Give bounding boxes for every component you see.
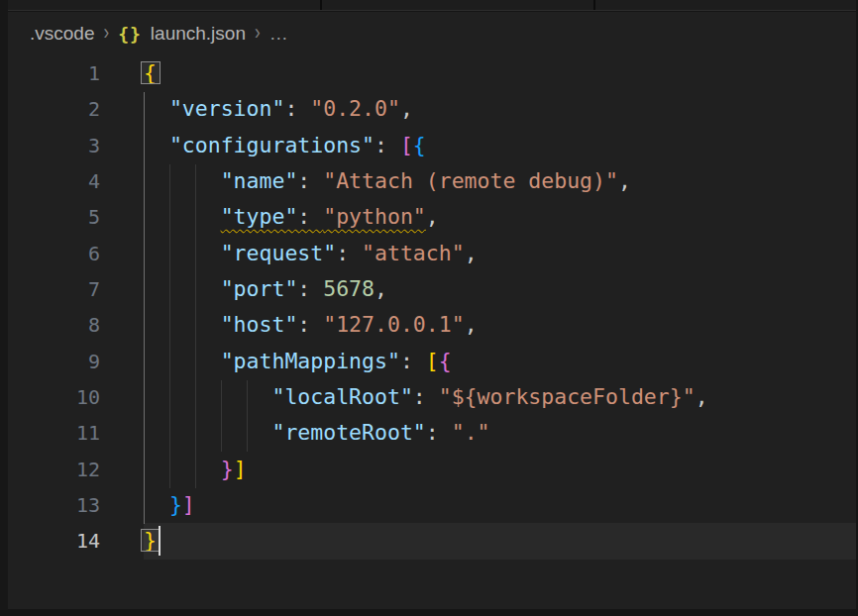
- code-token: "type": [221, 204, 298, 229]
- code-line[interactable]: 5 "type": "python",: [8, 199, 856, 235]
- code-token: ,: [465, 312, 478, 337]
- line-number[interactable]: 11: [8, 415, 144, 451]
- code-token: [144, 492, 169, 517]
- line-number[interactable]: 14: [8, 523, 144, 559]
- code-token: 5678: [323, 276, 375, 301]
- code-token: [144, 349, 221, 373]
- code-line[interactable]: 14}: [8, 523, 856, 559]
- code-token: "localRoot": [271, 384, 412, 409]
- code-token: :: [400, 349, 426, 373]
- code-line[interactable]: 9 "pathMappings": [{: [8, 344, 856, 379]
- code-line-content[interactable]: "port": 5678,: [144, 271, 856, 307]
- code-token: [144, 312, 221, 337]
- chevron-right-icon: ›: [255, 22, 261, 47]
- code-token: [144, 204, 221, 229]
- code-token: {: [439, 349, 452, 373]
- line-number[interactable]: 3: [8, 128, 144, 163]
- code-token: ,: [696, 384, 708, 409]
- line-number[interactable]: 10: [8, 379, 144, 415]
- line-number[interactable]: 9: [8, 344, 144, 379]
- code-token: "name": [221, 168, 298, 193]
- code-token: "host": [221, 312, 298, 337]
- line-number[interactable]: 13: [8, 487, 144, 523]
- code-token: "remoteRoot": [271, 420, 425, 445]
- code-line-content[interactable]: "type": "python",: [144, 199, 856, 235]
- code-line-content[interactable]: "name": "Attach (remote debug)",: [144, 163, 856, 199]
- matched-bracket: }: [144, 528, 157, 553]
- code-line-content[interactable]: "remoteRoot": ".": [144, 415, 856, 451]
- code-line-content[interactable]: "request": "attach",: [144, 236, 856, 271]
- code-token: "127.0.0.1": [323, 312, 464, 337]
- code-token: ]: [234, 457, 247, 481]
- line-number[interactable]: 1: [8, 55, 144, 91]
- code-token: :: [284, 96, 310, 121]
- code-token: :: [413, 384, 439, 409]
- breadcrumb-file[interactable]: launch.json: [151, 23, 246, 45]
- code-token: "0.2.0": [310, 96, 400, 121]
- code-token: [144, 420, 271, 445]
- code-line[interactable]: 6 "request": "attach",: [8, 236, 856, 271]
- code-line-content[interactable]: "pathMappings": [{: [144, 344, 856, 379]
- code-line[interactable]: 12 }]: [8, 452, 856, 487]
- code-token: "Attach (remote debug)": [323, 168, 618, 193]
- code-token: ,: [465, 241, 478, 265]
- line-number[interactable]: 8: [8, 307, 144, 343]
- line-number[interactable]: 6: [8, 236, 144, 271]
- code-line-content[interactable]: {: [144, 55, 856, 91]
- code-line-content[interactable]: "version": "0.2.0",: [144, 91, 856, 127]
- code-line[interactable]: 4 "name": "Attach (remote debug)",: [8, 163, 856, 199]
- code-token: [144, 457, 221, 481]
- warning-squiggle-range: "type": "python": [221, 204, 426, 229]
- code-line[interactable]: 7 "port": 5678,: [8, 271, 856, 307]
- tab-separator: [593, 0, 595, 10]
- line-number[interactable]: 2: [8, 91, 144, 127]
- code-line[interactable]: 1{: [8, 55, 856, 91]
- code-token: ,: [618, 168, 631, 193]
- code-token: :: [297, 204, 323, 229]
- code-line-content[interactable]: }: [144, 523, 856, 559]
- code-area[interactable]: 1{2 "version": "0.2.0",3 "configurations…: [8, 55, 856, 560]
- breadcrumb-folder[interactable]: .vscode: [30, 23, 94, 45]
- code-token: "port": [221, 276, 298, 301]
- tab-strip[interactable]: [8, 0, 856, 11]
- code-token: :: [297, 312, 323, 337]
- code-line-content[interactable]: "localRoot": "${workspaceFolder}",: [144, 379, 856, 415]
- code-line-content[interactable]: }]: [144, 487, 856, 523]
- line-number[interactable]: 12: [8, 452, 144, 487]
- code-line[interactable]: 2 "version": "0.2.0",: [8, 91, 856, 127]
- breadcrumb-symbol-more[interactable]: …: [269, 23, 289, 45]
- line-number[interactable]: 7: [8, 271, 144, 307]
- code-token: "request": [221, 241, 337, 265]
- code-token: [144, 384, 271, 409]
- code-token: [144, 276, 221, 301]
- code-line[interactable]: 11 "remoteRoot": ".": [8, 415, 856, 451]
- code-lines: 1{2 "version": "0.2.0",3 "configurations…: [8, 55, 856, 560]
- code-token: ,: [426, 204, 439, 229]
- code-line-content[interactable]: "host": "127.0.0.1",: [144, 307, 856, 343]
- code-token: "configurations": [169, 133, 375, 157]
- code-token: [: [400, 133, 413, 157]
- code-token: :: [297, 276, 323, 301]
- line-number[interactable]: 4: [8, 163, 144, 199]
- code-line-content[interactable]: "configurations": [{: [144, 128, 856, 163]
- code-token: :: [375, 133, 400, 157]
- window-left-edge: [0, 0, 8, 610]
- text-cursor: [159, 526, 161, 556]
- code-token: :: [297, 168, 323, 193]
- line-number[interactable]: 5: [8, 199, 144, 235]
- code-token: [144, 133, 169, 157]
- code-line-content[interactable]: }]: [144, 452, 856, 487]
- breadcrumb: .vscode › {} launch.json › …: [8, 12, 856, 55]
- code-token: }: [221, 457, 234, 481]
- code-token: "${workspaceFolder}": [439, 384, 696, 409]
- code-token: [144, 96, 169, 121]
- code-token: {: [413, 133, 426, 157]
- code-token: "pathMappings": [221, 349, 400, 373]
- code-token: }: [169, 492, 182, 517]
- code-line[interactable]: 10 "localRoot": "${workspaceFolder}",: [8, 379, 856, 415]
- code-token: ,: [375, 276, 387, 301]
- code-line[interactable]: 8 "host": "127.0.0.1",: [8, 307, 856, 343]
- code-line[interactable]: 13 }]: [8, 487, 856, 523]
- code-line[interactable]: 3 "configurations": [{: [8, 128, 856, 163]
- chevron-right-icon: ›: [103, 22, 109, 47]
